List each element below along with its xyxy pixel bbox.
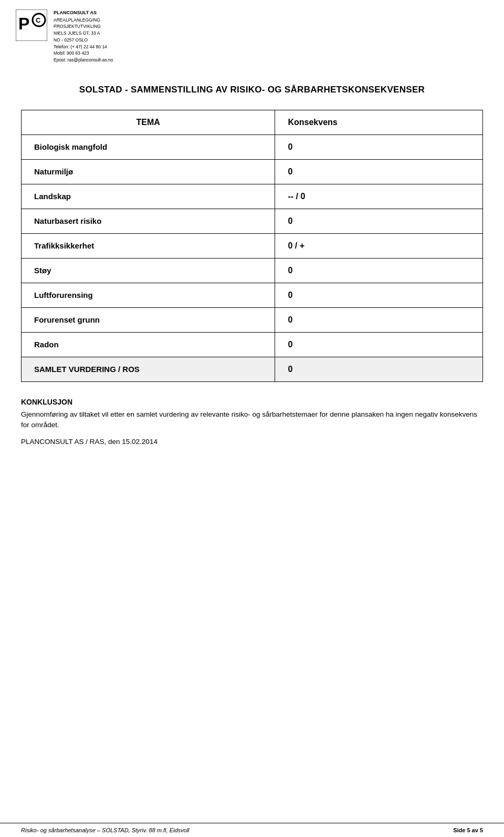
conclusion-title: KONKLUSJON bbox=[21, 398, 483, 406]
col-tema-header: TEMA bbox=[22, 110, 275, 135]
table-row: Luftforurensing0 bbox=[22, 283, 483, 307]
company-name-line3: PROSJEKTUTVIKLING bbox=[54, 23, 113, 30]
svg-text:C: C bbox=[36, 16, 41, 24]
table-row: SAMLET VURDERING / ROS0 bbox=[22, 357, 483, 381]
cell-tema: Luftforurensing bbox=[22, 283, 275, 307]
table-row: Naturmiljø0 bbox=[22, 159, 483, 184]
cell-konsekvens: 0 bbox=[275, 135, 483, 159]
logo-area: P C PLANCONSULT AS AREALPLANLEGGING PROS… bbox=[16, 9, 113, 64]
table-header-row: TEMA Konsekvens bbox=[22, 110, 483, 135]
conclusion-text: Gjennomføring av tiltaket vil etter en s… bbox=[21, 409, 483, 431]
svg-text:P: P bbox=[18, 14, 29, 33]
conclusion-section: KONKLUSJON Gjennomføring av tiltaket vil… bbox=[21, 398, 483, 446]
page: P C PLANCONSULT AS AREALPLANLEGGING PROS… bbox=[0, 0, 504, 837]
company-phone: Telefon: (+ 47) 22 44 80 14 bbox=[54, 44, 113, 50]
cell-konsekvens: 0 bbox=[275, 209, 483, 233]
footer: Risiko- og sårbarhetsanalyse – SOLSTAD, … bbox=[0, 823, 504, 837]
cell-tema: Naturbasert risiko bbox=[22, 209, 275, 233]
header: P C PLANCONSULT AS AREALPLANLEGGING PROS… bbox=[0, 0, 504, 69]
cell-tema: Radon bbox=[22, 332, 275, 357]
company-address-line4: NIELS JUELS GT. 33 A bbox=[54, 30, 113, 37]
cell-konsekvens: 0 bbox=[275, 307, 483, 332]
col-konsekvens-header: Konsekvens bbox=[275, 110, 483, 135]
company-logo: P C bbox=[16, 9, 47, 41]
cell-konsekvens: 0 bbox=[275, 357, 483, 381]
company-address-line5: NO - 0257 OSLO bbox=[54, 37, 113, 44]
cell-tema: Landskap bbox=[22, 184, 275, 209]
main-content: SOLSTAD - SAMMENSTILLING AV RISIKO- OG S… bbox=[0, 69, 504, 469]
cell-tema: Støy bbox=[22, 258, 275, 283]
company-name-line1: PLANCONSULT AS bbox=[54, 9, 113, 17]
cell-konsekvens: 0 / + bbox=[275, 233, 483, 258]
table-row: Radon0 bbox=[22, 332, 483, 357]
table-row: Naturbasert risiko0 bbox=[22, 209, 483, 233]
company-mobile: Mobil: 900 63 423 bbox=[54, 50, 113, 57]
company-name-line2: AREALPLANLEGGING bbox=[54, 17, 113, 24]
conclusion-date: PLANCONSULT AS / RAS, den 15.02.2014 bbox=[21, 438, 483, 446]
company-info: PLANCONSULT AS AREALPLANLEGGING PROSJEKT… bbox=[54, 9, 113, 64]
cell-tema: Trafikksikkerhet bbox=[22, 233, 275, 258]
cell-konsekvens: 0 bbox=[275, 283, 483, 307]
cell-tema: Naturmiljø bbox=[22, 159, 275, 184]
cell-konsekvens: 0 bbox=[275, 159, 483, 184]
table-row: Trafikksikkerhet0 / + bbox=[22, 233, 483, 258]
cell-tema: SAMLET VURDERING / ROS bbox=[22, 357, 275, 381]
company-email: Epost: ras@planconsult-as.no bbox=[54, 57, 113, 64]
footer-left-text: Risiko- og sårbarhetsanalyse – SOLSTAD, … bbox=[21, 827, 190, 833]
table-row: Landskap-- / 0 bbox=[22, 184, 483, 209]
cell-konsekvens: -- / 0 bbox=[275, 184, 483, 209]
cell-konsekvens: 0 bbox=[275, 258, 483, 283]
cell-tema: Biologisk mangfold bbox=[22, 135, 275, 159]
table-row: Støy0 bbox=[22, 258, 483, 283]
table-row: Forurenset grunn0 bbox=[22, 307, 483, 332]
cell-konsekvens: 0 bbox=[275, 332, 483, 357]
cell-tema: Forurenset grunn bbox=[22, 307, 275, 332]
page-title: SOLSTAD - SAMMENSTILLING AV RISIKO- OG S… bbox=[21, 85, 483, 95]
table-row: Biologisk mangfold0 bbox=[22, 135, 483, 159]
risk-table: TEMA Konsekvens Biologisk mangfold0Natur… bbox=[21, 110, 483, 382]
footer-right-text: Side 5 av 5 bbox=[453, 827, 483, 833]
